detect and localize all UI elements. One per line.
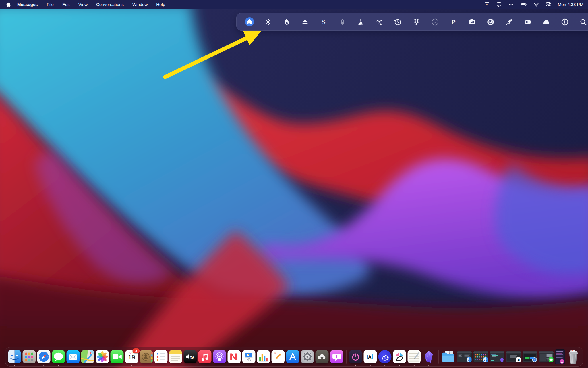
cloud-star-app-icon bbox=[316, 350, 329, 363]
dock-finder[interactable] bbox=[8, 348, 21, 366]
music-icon bbox=[198, 350, 212, 363]
pointer-flag-icon[interactable] bbox=[496, 2, 502, 7]
obsidian-icon bbox=[422, 350, 436, 363]
svg-text:“: “ bbox=[274, 351, 276, 356]
dock-pages[interactable]: “ bbox=[272, 348, 285, 366]
downloads-folder-icon bbox=[441, 350, 456, 363]
wallet-icon[interactable] bbox=[467, 16, 477, 27]
onepassword-icon[interactable] bbox=[560, 16, 570, 27]
dock-launchpad[interactable] bbox=[23, 348, 36, 366]
eject-icon[interactable] bbox=[300, 16, 310, 27]
dock-news[interactable] bbox=[228, 348, 241, 366]
dropbox-icon[interactable] bbox=[411, 16, 421, 27]
rocket-icon[interactable] bbox=[504, 16, 514, 27]
search-icon[interactable] bbox=[579, 16, 588, 27]
running-indicator-dot bbox=[384, 365, 386, 366]
minimized-window-session-icon bbox=[555, 349, 565, 364]
parcel-icon[interactable]: P bbox=[449, 16, 459, 27]
trash-icon bbox=[566, 349, 580, 364]
creative-cloud-icon[interactable]: ∞ bbox=[430, 16, 440, 27]
hand-sketch-app-icon bbox=[378, 350, 392, 363]
dock-minimized-window-code[interactable] bbox=[490, 348, 505, 366]
time-machine-icon[interactable] bbox=[393, 16, 403, 27]
dock-minimized-window-safari[interactable] bbox=[523, 348, 537, 366]
desktop: Messages FileEditViewConversationsWindow… bbox=[0, 0, 588, 368]
running-indicator-dot bbox=[399, 365, 400, 366]
script-icon[interactable]: S bbox=[319, 16, 328, 27]
dock-music[interactable] bbox=[198, 348, 212, 366]
menu-file[interactable]: File bbox=[47, 2, 54, 7]
launchpad-icon bbox=[23, 350, 36, 363]
menu-edit[interactable]: Edit bbox=[62, 2, 70, 7]
svg-text:tv: tv bbox=[190, 355, 194, 360]
dock-trash[interactable] bbox=[566, 348, 580, 366]
dock-minimized-window-messages[interactable] bbox=[539, 348, 554, 366]
menu-help[interactable]: Help bbox=[156, 2, 165, 7]
dock-obsidian[interactable] bbox=[422, 348, 436, 366]
dock-hand-sketch-app[interactable] bbox=[378, 348, 392, 366]
dock-pie-chart-app[interactable] bbox=[393, 348, 406, 366]
dock-photos[interactable] bbox=[96, 348, 109, 366]
menu-conversations[interactable]: Conversations bbox=[96, 2, 124, 7]
dock-calendar[interactable]: APR193 bbox=[125, 348, 138, 366]
dock-section-apps: APR193tv“! bbox=[8, 348, 343, 366]
svg-text:19: 19 bbox=[486, 3, 488, 6]
dome-icon[interactable] bbox=[541, 16, 551, 27]
battery-icon[interactable] bbox=[521, 3, 527, 6]
minimized-window-safari-icon bbox=[523, 351, 537, 363]
dock-tv[interactable]: tv bbox=[184, 348, 197, 366]
dock-notes[interactable] bbox=[169, 348, 182, 366]
wifi-scanner-icon[interactable] bbox=[374, 16, 384, 27]
svg-text:∞: ∞ bbox=[434, 20, 436, 24]
bluetooth-icon[interactable] bbox=[263, 16, 273, 27]
calendar-menu-icon[interactable]: 19 bbox=[484, 2, 490, 7]
dock-minimized-window-finder-list[interactable] bbox=[457, 348, 472, 366]
dock-ia-writer[interactable]: iA bbox=[364, 348, 377, 366]
running-indicator-dot bbox=[428, 365, 430, 366]
svg-text:P: P bbox=[452, 18, 456, 25]
menu-bar-clock[interactable]: Mon 4:33 PM bbox=[558, 2, 583, 7]
tv-icon: tv bbox=[184, 350, 197, 363]
menu-view[interactable]: View bbox=[78, 2, 88, 7]
dock-system-preferences[interactable] bbox=[301, 348, 314, 366]
dock-reminders[interactable] bbox=[154, 348, 168, 366]
menu-window[interactable]: Window bbox=[132, 2, 148, 7]
dock-section-running-apps: iA bbox=[349, 348, 436, 366]
dock-maps[interactable] bbox=[81, 348, 94, 366]
running-indicator-dot bbox=[355, 365, 356, 366]
dock-app-store[interactable] bbox=[286, 348, 299, 366]
dock-minimized-window-finder-grid[interactable] bbox=[473, 348, 488, 366]
apple-menu-icon[interactable] bbox=[5, 2, 12, 7]
calendar-day-label: 19 bbox=[125, 354, 138, 361]
more-ellipsis-icon[interactable] bbox=[508, 2, 514, 7]
dock-numbers[interactable] bbox=[257, 348, 270, 366]
keynote-icon bbox=[242, 350, 256, 363]
dock-contacts[interactable] bbox=[140, 348, 153, 366]
dock-alert-bubble-app[interactable]: ! bbox=[330, 348, 343, 366]
dock-cloud-star-app[interactable] bbox=[316, 348, 329, 366]
dock-session-app[interactable] bbox=[349, 348, 362, 366]
dock-mail[interactable] bbox=[67, 348, 80, 366]
jettison-icon[interactable] bbox=[245, 16, 254, 27]
dock-minimized-window-ia-writer[interactable]: iA bbox=[506, 348, 521, 366]
active-app-menu[interactable]: Messages bbox=[17, 2, 38, 7]
flame-icon[interactable] bbox=[282, 16, 291, 27]
dock-messages[interactable] bbox=[52, 348, 65, 366]
dock-notepad-app[interactable] bbox=[408, 348, 421, 366]
dock-podcasts[interactable] bbox=[213, 348, 226, 366]
dock-minimized-window-session[interactable] bbox=[555, 348, 565, 366]
toggle-switch-icon[interactable] bbox=[523, 16, 533, 27]
ia-writer-icon: iA bbox=[364, 350, 377, 363]
wifi-icon[interactable] bbox=[534, 2, 539, 7]
dock-keynote[interactable] bbox=[242, 348, 256, 366]
control-center-icon[interactable] bbox=[546, 2, 551, 7]
dock-downloads-folder[interactable] bbox=[441, 348, 456, 366]
podcasts-icon bbox=[213, 350, 226, 363]
notes-icon bbox=[169, 350, 182, 363]
dock-facetime[interactable] bbox=[111, 348, 124, 366]
duster-icon[interactable] bbox=[356, 16, 366, 27]
running-indicator-dot bbox=[370, 365, 371, 366]
mouse-icon[interactable] bbox=[337, 16, 347, 27]
dock-safari[interactable] bbox=[37, 348, 51, 366]
power-circle-icon[interactable] bbox=[486, 16, 496, 27]
